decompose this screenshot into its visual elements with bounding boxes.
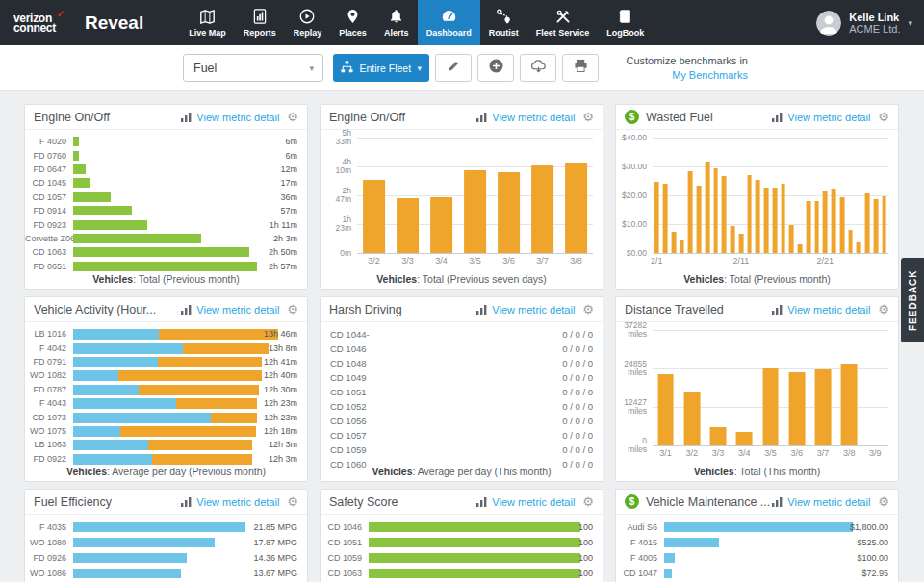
x-tick-label: 3/3	[712, 448, 725, 458]
bar	[73, 522, 245, 532]
bar-segment-idling	[148, 440, 252, 450]
nav-item-replay[interactable]: Replay	[285, 0, 331, 45]
user-name: Kelle Link	[849, 12, 900, 23]
feedback-tab[interactable]: FEEDBACK	[901, 258, 924, 342]
bar	[73, 569, 181, 578]
footer-dimension: Vehicles	[694, 466, 734, 477]
gear-icon[interactable]: ⚙	[287, 302, 298, 316]
row-value: 1h 11m	[270, 220, 297, 230]
gear-icon[interactable]: ⚙	[582, 494, 594, 509]
user-menu[interactable]: Kelle Link ACME Ltd. ▾	[816, 11, 912, 36]
metric-select[interactable]: Fuel ▾	[183, 54, 323, 82]
nav-item-live-map[interactable]: Live Map	[180, 0, 235, 45]
y-tick-label: 37282miles	[624, 321, 647, 339]
row-value: 17m	[280, 178, 297, 188]
nav-item-logbook[interactable]: LogBook	[598, 0, 653, 45]
gear-icon[interactable]: ⚙	[878, 302, 889, 316]
gear-icon[interactable]: ⚙	[878, 110, 889, 124]
bar-segment-idling	[118, 370, 262, 381]
row-value: $72.95	[861, 569, 888, 578]
gear-icon[interactable]: ⚙	[287, 494, 298, 509]
gear-icon[interactable]: ⚙	[878, 494, 889, 509]
bar-segment-moving	[73, 385, 139, 395]
bar-row: WO 108212h 40m	[25, 368, 307, 382]
row-label: FD 0651	[25, 262, 73, 271]
bar-track	[73, 151, 297, 161]
live-map-icon	[198, 8, 217, 25]
stacked-bar	[73, 329, 278, 340]
export-button[interactable]	[520, 54, 556, 82]
bar	[464, 170, 487, 253]
bar	[73, 220, 147, 230]
nav-item-routist[interactable]: Routist	[480, 0, 527, 45]
view-metric-detail-link[interactable]: View metric detail	[492, 496, 575, 508]
bar-segment-idling	[152, 454, 252, 465]
view-metric-detail-link[interactable]: View metric detail	[492, 304, 575, 316]
bar	[683, 392, 700, 445]
brand-logo[interactable]: verizon✓ connect Reveal	[0, 13, 143, 34]
nav-item-alerts[interactable]: Alerts	[375, 0, 418, 45]
view-metric-detail-link[interactable]: View metric detail	[787, 496, 870, 508]
bar-track	[664, 553, 888, 563]
bar-track	[73, 220, 297, 230]
row-value: 100	[578, 553, 593, 563]
chevron-down-icon: ▾	[417, 63, 422, 73]
widget-footer: Vehicles: Total (Previous month)	[616, 273, 898, 285]
plus-circle-icon	[489, 59, 503, 77]
nav-item-fleet-service[interactable]: Fleet Service	[527, 0, 599, 45]
plot	[653, 330, 888, 445]
bar-segment-idling	[139, 385, 260, 395]
gear-icon[interactable]: ⚙	[287, 110, 298, 124]
nav-item-label: Reports	[244, 28, 276, 38]
fleet-select-button[interactable]: Entire Fleet ▾	[333, 54, 429, 82]
view-metric-detail-link[interactable]: View metric detail	[787, 304, 870, 316]
bar-segment-idling	[120, 426, 256, 437]
gear-icon[interactable]: ⚙	[582, 302, 594, 316]
nav-item-reports[interactable]: Reports	[235, 0, 285, 45]
bar-segment-moving	[73, 343, 183, 354]
row-value: 57m	[280, 206, 297, 215]
footer-scope: : Total (Previous month)	[133, 273, 240, 285]
my-benchmarks-link[interactable]: My Benchmarks	[672, 69, 748, 81]
widget-engine-on-off: Engine On/OffView metric detail⚙F 40206m…	[24, 104, 308, 290]
dashboard-icon	[440, 8, 458, 25]
bar	[565, 163, 588, 253]
edit-dashboard-button[interactable]	[435, 54, 472, 82]
x-tick-label: 3/8	[843, 448, 856, 458]
y-tick-label: $0.00	[627, 249, 647, 258]
nav-item-label: Fleet Service	[536, 28, 590, 38]
y-tick-label: 0m	[340, 249, 351, 258]
row-label: Audi S6	[616, 522, 664, 532]
view-metric-detail-link[interactable]: View metric detail	[196, 496, 279, 508]
add-widget-button[interactable]	[477, 54, 514, 82]
y-axis: $40.00$30.00$20.00$10.00$0.00	[622, 138, 653, 268]
nav-item-label: Alerts	[384, 28, 409, 38]
row-label: FD 0647	[25, 164, 73, 174]
bar-chart-icon	[476, 497, 487, 507]
bar	[815, 369, 832, 446]
widget-engine-on-off: Engine On/OffView metric detail⚙5h33m4h1…	[320, 104, 603, 290]
row-value: 12h 23m	[264, 413, 297, 422]
bar	[73, 164, 86, 174]
print-button[interactable]	[562, 54, 599, 82]
list-item: CD 10490 / 0 / 0	[321, 370, 603, 385]
bar	[806, 201, 810, 253]
view-metric-detail-link[interactable]: View metric detail	[787, 112, 870, 123]
widget-safety-score: Safety ScoreView metric detail⚙CD 104610…	[320, 489, 603, 582]
plot-area: 3/23/33/43/53/63/73/8	[357, 138, 593, 268]
widget-footer: Vehicles: Total (Previous month)	[25, 273, 307, 285]
row-label: CD 1063	[25, 247, 73, 257]
nav-item-label: Replay	[294, 28, 322, 38]
row-label: CD 1073	[25, 413, 73, 422]
view-metric-detail-link[interactable]: View metric detail	[196, 304, 279, 316]
bar-segment-moving	[73, 440, 148, 450]
nav-item-dashboard[interactable]: Dashboard	[418, 0, 480, 45]
gear-icon[interactable]: ⚙	[582, 110, 594, 124]
view-metric-detail-link[interactable]: View metric detail	[492, 112, 575, 123]
bar	[73, 206, 132, 215]
row-value: 2h 57m	[269, 262, 297, 271]
row-label: F 4042	[25, 343, 73, 353]
footer-scope: : Average per day (This month)	[413, 466, 552, 477]
view-metric-detail-link[interactable]: View metric detail	[196, 112, 279, 123]
nav-item-places[interactable]: Places	[330, 0, 375, 45]
